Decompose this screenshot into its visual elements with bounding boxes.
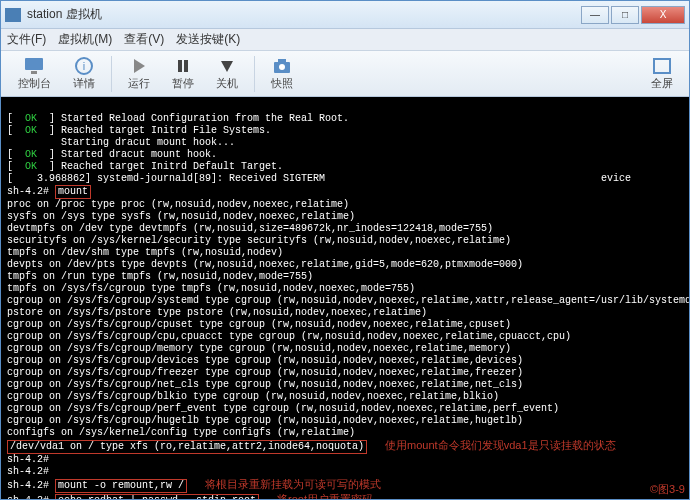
term-line: cgroup on /sys/fs/cgroup/net_cls type cg… [7, 379, 523, 390]
svg-marker-7 [221, 61, 233, 72]
term-line: tmpfs on /dev/shm type tmpfs (rw,nosuid,… [7, 247, 283, 258]
term-line: devpts on /dev/pts type devpts (rw,nosui… [7, 259, 523, 270]
term-line: pstore on /sys/fs/pstore type pstore (rw… [7, 307, 427, 318]
close-button[interactable]: X [641, 6, 685, 24]
term-line: [ 3.968862] systemd-journald[89]: Receiv… [7, 173, 631, 184]
cmd-remount-box: mount -o remount,rw / [55, 479, 187, 493]
term-line: sh-4.2# mount -o remount,rw / 将根目录重新挂载为可… [7, 480, 381, 491]
term-line: sh-4.2# [7, 454, 49, 465]
toolbar: 控制台 i 详情 运行 暂停 关机 快照 全屏 [1, 51, 689, 97]
console-icon [24, 57, 44, 75]
fullscreen-icon [652, 57, 672, 75]
term-line: Starting dracut mount hook... [7, 137, 235, 148]
term-line: devtmpfs on /dev type devtmpfs (rw,nosui… [7, 223, 493, 234]
terminal[interactable]: [ OK ] Started Reload Configuration from… [1, 97, 689, 499]
separator [254, 56, 255, 92]
term-line: cgroup on /sys/fs/cgroup/freezer type cg… [7, 367, 523, 378]
figure-label: ©图3-9 [650, 483, 685, 495]
svg-rect-6 [184, 60, 188, 72]
pause-label: 暂停 [172, 76, 194, 91]
term-line: [ OK ] Reached target Initrd Default Tar… [7, 161, 283, 172]
svg-rect-0 [25, 58, 43, 70]
term-line: cgroup on /sys/fs/cgroup/blkio type cgro… [7, 391, 499, 402]
console-label: 控制台 [18, 76, 51, 91]
term-line: sysfs on /sys type sysfs (rw,nosuid,node… [7, 211, 355, 222]
annotation-remount: 将根目录重新挂载为可读可写的模式 [205, 478, 381, 490]
term-line: tmpfs on /run type tmpfs (rw,nosuid,node… [7, 271, 313, 282]
snapshot-label: 快照 [271, 76, 293, 91]
term-line: tmpfs on /sys/fs/cgroup type tmpfs (rw,n… [7, 283, 415, 294]
term-line: [ OK ] Reached target Initrd File System… [7, 125, 271, 136]
term-line: cgroup on /sys/fs/cgroup/devices type cg… [7, 355, 523, 366]
term-line: securityfs on /sys/kernel/security type … [7, 235, 511, 246]
term-line: sh-4.2# echo redhat | passwd --stdin roo… [7, 495, 373, 499]
term-line: cgroup on /sys/fs/cgroup/cpu,cpuacct typ… [7, 331, 571, 342]
pause-button[interactable]: 暂停 [162, 54, 204, 94]
fullscreen-button[interactable]: 全屏 [641, 54, 683, 94]
console-button[interactable]: 控制台 [7, 54, 61, 94]
minimize-button[interactable]: — [581, 6, 609, 24]
svg-rect-1 [31, 71, 37, 74]
term-line: /dev/vda1 on / type xfs (ro,relatime,att… [7, 441, 616, 452]
term-line: cgroup on /sys/fs/cgroup/cpuset type cgr… [7, 319, 511, 330]
svg-rect-10 [278, 59, 286, 63]
term-line: cgroup on /sys/fs/cgroup/memory type cgr… [7, 343, 511, 354]
camera-icon [272, 57, 292, 75]
term-line: cgroup on /sys/fs/cgroup/systemd type cg… [7, 295, 689, 306]
details-button[interactable]: i 详情 [63, 54, 105, 94]
svg-rect-5 [178, 60, 182, 72]
annotation-mount: 使用mount命令我们发现vda1是只读挂载的状态 [385, 439, 615, 451]
cmd-mount-box: mount [55, 185, 91, 199]
menu-sendkey[interactable]: 发送按键(K) [176, 31, 240, 48]
menu-vm[interactable]: 虚拟机(M) [58, 31, 112, 48]
svg-rect-11 [654, 59, 670, 73]
shutdown-button[interactable]: 关机 [206, 54, 248, 94]
term-line: sh-4.2# mount [7, 186, 91, 197]
svg-point-9 [279, 64, 285, 70]
window-title: station 虚拟机 [27, 6, 581, 23]
term-line: [ OK ] Started dracut mount hook. [7, 149, 217, 160]
titlebar: station 虚拟机 — □ X [1, 1, 689, 29]
fullscreen-label: 全屏 [651, 76, 673, 91]
separator [111, 56, 112, 92]
vda1-box: /dev/vda1 on / type xfs (ro,relatime,att… [7, 440, 367, 454]
app-icon [5, 8, 21, 22]
term-line: sh-4.2# [7, 466, 49, 477]
run-button[interactable]: 运行 [118, 54, 160, 94]
maximize-button[interactable]: □ [611, 6, 639, 24]
play-icon [129, 57, 149, 75]
window-controls: — □ X [581, 6, 685, 24]
pause-icon [173, 57, 193, 75]
menu-view[interactable]: 查看(V) [124, 31, 164, 48]
term-line: cgroup on /sys/fs/cgroup/perf_event type… [7, 403, 559, 414]
vm-window: station 虚拟机 — □ X 文件(F) 虚拟机(M) 查看(V) 发送按… [0, 0, 690, 500]
cmd-passwd-box: echo redhat | passwd --stdin root [55, 494, 259, 499]
run-label: 运行 [128, 76, 150, 91]
details-icon: i [74, 57, 94, 75]
svg-marker-4 [134, 59, 145, 73]
term-line: [ OK ] Started Reload Configuration from… [7, 113, 349, 124]
snapshot-button[interactable]: 快照 [261, 54, 303, 94]
svg-text:i: i [83, 60, 85, 72]
term-line: configfs on /sys/kernel/config type conf… [7, 427, 355, 438]
power-icon [217, 57, 237, 75]
term-line: cgroup on /sys/fs/cgroup/hugetlb type cg… [7, 415, 523, 426]
menu-file[interactable]: 文件(F) [7, 31, 46, 48]
shutdown-label: 关机 [216, 76, 238, 91]
menubar: 文件(F) 虚拟机(M) 查看(V) 发送按键(K) [1, 29, 689, 51]
details-label: 详情 [73, 76, 95, 91]
term-line: proc on /proc type proc (rw,nosuid,nodev… [7, 199, 349, 210]
annotation-passwd: 将root用户重置密码 [277, 493, 373, 499]
